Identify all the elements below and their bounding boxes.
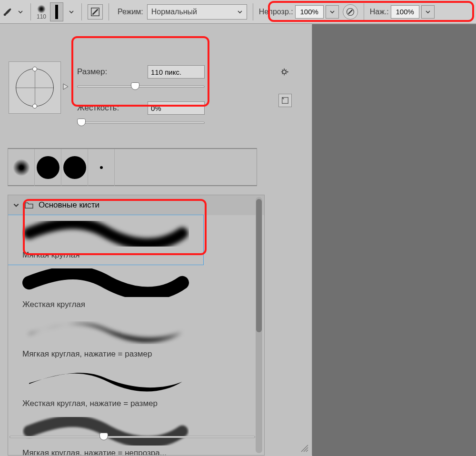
folder-icon: [24, 201, 34, 209]
brush-stroke-preview: [22, 367, 189, 396]
opacity-group: Непрозр.:: [259, 5, 339, 19]
brush-tool-icon[interactable]: [3, 7, 12, 17]
svg-point-3: [283, 70, 286, 73]
brush-stroke-preview: [22, 268, 189, 297]
svg-point-0: [4, 13, 6, 16]
brush-item[interactable]: Мягкая круглая: [8, 215, 203, 265]
size-slider[interactable]: [77, 82, 205, 91]
divider: [81, 3, 82, 20]
tool-preset-dropdown[interactable]: [16, 8, 25, 16]
flow-group: Наж.:: [370, 5, 435, 19]
preview-size-slider[interactable]: [10, 433, 255, 441]
blend-mode-label: Режим:: [118, 8, 143, 16]
brush-item-label: Мягкая круглая: [22, 250, 189, 260]
chevron-down-icon: [13, 202, 20, 208]
blend-mode-value: Нормальный: [151, 8, 197, 16]
brush-item-label: Мягкая круглая, нажатие = непрозра...: [22, 448, 189, 456]
brush-stroke-preview: [22, 219, 189, 248]
brush-size-preview[interactable]: 110: [37, 4, 46, 20]
opacity-label: Непрозр.:: [259, 8, 293, 16]
tip-tiny[interactable]: [88, 149, 115, 186]
size-hardness-block: Размер: Жесткость:: [77, 65, 205, 127]
brush-settings-toggle[interactable]: [88, 4, 103, 20]
blend-mode-select[interactable]: Нормальный: [147, 4, 247, 20]
divider: [364, 3, 364, 20]
brush-group-name: Основные кисти: [39, 200, 99, 210]
brush-preset-dropdown[interactable]: [67, 8, 76, 16]
opacity-dropdown[interactable]: [326, 5, 339, 19]
tip-hard-med[interactable]: [61, 149, 88, 186]
options-bar: 110 Режим: Нормальный Непрозр.: Наж.:: [0, 0, 476, 24]
brush-item[interactable]: Жесткая круглая, нажатие = размер: [8, 364, 203, 413]
brush-item-label: Жесткая круглая, нажатие = размер: [22, 399, 189, 408]
divider: [253, 3, 253, 20]
brush-tip-row: [8, 148, 257, 186]
angle-arrow-icon: [62, 83, 69, 92]
panel-menu-gear-icon[interactable]: [278, 65, 292, 79]
new-preset-icon[interactable]: [278, 94, 292, 107]
flow-dropdown[interactable]: [421, 5, 435, 19]
hardness-label: Жесткость:: [77, 103, 119, 113]
tip-soft[interactable]: [8, 149, 35, 186]
divider: [30, 3, 31, 20]
brush-item-label: Мягкая круглая, нажатие = размер: [22, 349, 189, 359]
divider: [109, 3, 109, 20]
flow-label: Наж.:: [370, 8, 389, 16]
tip-hard-large[interactable]: [35, 149, 61, 186]
brush-group-header[interactable]: Основные кисти: [8, 195, 264, 215]
brush-stroke-preview: [22, 417, 189, 446]
brush-preset-panel: Размер: Жесткость:: [0, 24, 312, 456]
brush-angle-widget[interactable]: [9, 61, 61, 114]
hardness-slider[interactable]: [77, 119, 205, 127]
brush-item[interactable]: Жесткая круглая: [8, 265, 203, 314]
size-input[interactable]: [148, 65, 205, 79]
brush-list-scrollbar[interactable]: [256, 197, 262, 453]
brush-item[interactable]: Мягкая круглая, нажатие = размер: [8, 314, 203, 364]
tip-empty: [115, 149, 257, 186]
brush-item-label: Жесткая круглая: [22, 300, 189, 309]
flow-input[interactable]: [391, 5, 419, 19]
pressure-opacity-icon[interactable]: [343, 4, 358, 20]
brush-size-number: 110: [37, 13, 46, 20]
opacity-input[interactable]: [295, 5, 324, 19]
brush-stroke-preview: [22, 318, 189, 347]
brush-preset-picker[interactable]: [50, 2, 63, 21]
brush-list: Основные кисти Мягкая круглая Жесткая кр…: [8, 195, 265, 456]
size-label: Размер:: [77, 67, 107, 77]
svg-rect-5: [282, 98, 284, 99]
resize-grip-icon[interactable]: [299, 443, 309, 453]
canvas-area[interactable]: [312, 24, 476, 456]
hardness-input[interactable]: [148, 101, 205, 115]
